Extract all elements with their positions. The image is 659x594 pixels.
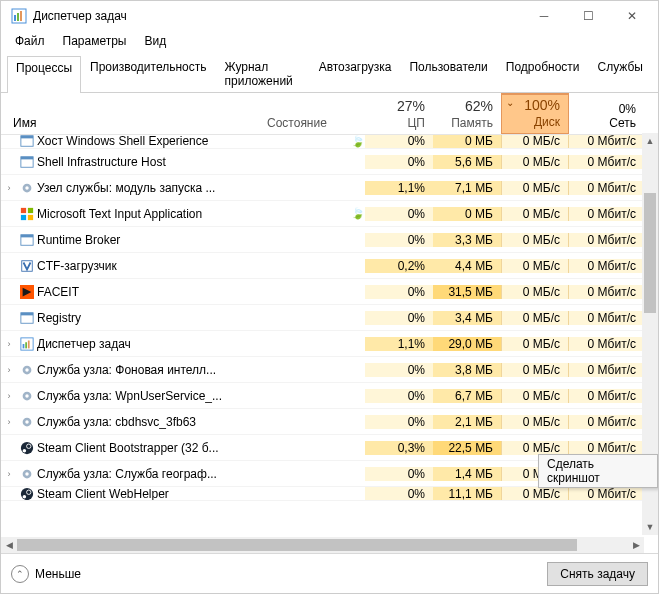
scroll-right-arrow-icon[interactable]: ▶ — [628, 537, 644, 553]
col-header-memory[interactable]: 62% Память — [433, 93, 501, 134]
svg-point-29 — [25, 420, 29, 424]
col-header-name[interactable]: Имя — [1, 93, 261, 134]
col-header-cpu[interactable]: 27% ЦП — [365, 93, 433, 134]
table-row[interactable]: ›Служба узла: cbdhsvc_3fb630%2,1 МБ0 МБ/… — [1, 409, 658, 435]
cpu-value: 1,1% — [365, 181, 433, 195]
cpu-value: 0% — [365, 467, 433, 481]
table-row[interactable]: ›Узел службы: модуль запуска ...1,1%7,1 … — [1, 175, 658, 201]
table-row[interactable]: Microsoft Text Input Application🍃0%0 МБ0… — [1, 201, 658, 227]
tab-processes[interactable]: Процессы — [7, 56, 81, 93]
cpu-value: 0% — [365, 311, 433, 325]
process-icon — [17, 415, 37, 429]
cpu-percent: 27% — [397, 98, 425, 114]
table-row[interactable]: Registry0%3,4 МБ0 МБ/с0 Мбит/с — [1, 305, 658, 331]
tab-users[interactable]: Пользователи — [400, 55, 496, 92]
expand-toggle[interactable]: › — [1, 417, 17, 427]
process-icon — [17, 233, 37, 247]
tab-startup[interactable]: Автозагрузка — [310, 55, 401, 92]
svg-point-34 — [25, 472, 29, 476]
memory-value: 6,7 МБ — [433, 389, 501, 403]
expand-toggle[interactable]: › — [1, 183, 17, 193]
col-header-status[interactable]: Состояние — [261, 93, 351, 134]
tab-performance[interactable]: Производительность — [81, 55, 215, 92]
scroll-up-arrow-icon[interactable]: ▲ — [642, 133, 658, 149]
disk-value: 0 МБ/с — [501, 337, 569, 351]
scroll-left-arrow-icon[interactable]: ◀ — [1, 537, 17, 553]
scroll-down-arrow-icon[interactable]: ▼ — [642, 519, 658, 535]
table-row[interactable]: ›Служба узла: WpnUserService_...0%6,7 МБ… — [1, 383, 658, 409]
disk-value: 0 МБ/с — [501, 441, 569, 455]
cpu-value: 0,2% — [365, 259, 433, 273]
menu-view[interactable]: Вид — [136, 32, 174, 50]
network-value: 0 Мбит/с — [569, 233, 644, 247]
svg-rect-12 — [21, 214, 26, 219]
memory-value: 29,0 МБ — [433, 337, 501, 351]
svg-point-32 — [23, 448, 27, 452]
disk-value: 0 МБ/с — [501, 135, 569, 148]
fewer-details-button[interactable]: ⌃ Меньше — [11, 565, 81, 583]
table-row[interactable]: FACEIT0%31,5 МБ0 МБ/с0 Мбит/с — [1, 279, 658, 305]
svg-rect-1 — [14, 15, 16, 21]
network-value: 0 Мбит/с — [569, 285, 644, 299]
memory-value: 11,1 МБ — [433, 487, 501, 501]
close-button[interactable]: ✕ — [610, 2, 654, 30]
disk-value: 0 МБ/с — [501, 207, 569, 221]
horizontal-scroll-thumb[interactable] — [17, 539, 577, 551]
disk-value: 0 МБ/с — [501, 363, 569, 377]
disk-label: Диск — [534, 115, 560, 129]
table-row[interactable]: CTF-загрузчик0,2%4,4 МБ0 МБ/с0 Мбит/с — [1, 253, 658, 279]
svg-rect-23 — [28, 340, 30, 348]
tab-app-history[interactable]: Журнал приложений — [216, 55, 310, 92]
menubar: Файл Параметры Вид — [1, 31, 658, 51]
svg-rect-5 — [21, 136, 33, 139]
memory-value: 7,1 МБ — [433, 181, 501, 195]
disk-percent: 100% — [524, 97, 560, 113]
table-row[interactable]: ›Диспетчер задач1,1%29,0 МБ0 МБ/с0 Мбит/… — [1, 331, 658, 357]
network-value: 0 Мбит/с — [569, 363, 644, 377]
table-row[interactable]: Хост Windows Shell Experience🍃0%0 МБ0 МБ… — [1, 135, 658, 149]
titlebar: Диспетчер задач ─ ☐ ✕ — [1, 1, 658, 31]
tab-details[interactable]: Подробности — [497, 55, 589, 92]
svg-point-25 — [25, 368, 29, 372]
process-name: Microsoft Text Input Application — [37, 207, 261, 221]
memory-value: 0 МБ — [433, 135, 501, 148]
expand-toggle[interactable]: › — [1, 391, 17, 401]
col-header-network[interactable]: 0% Сеть — [569, 93, 644, 134]
svg-point-9 — [25, 186, 29, 190]
cpu-value: 0% — [365, 415, 433, 429]
table-row[interactable]: ›Служба узла: Фоновая интелл...0%3,8 МБ0… — [1, 357, 658, 383]
memory-value: 0 МБ — [433, 207, 501, 221]
sort-chevron-icon: ⌄ — [506, 97, 514, 108]
maximize-button[interactable]: ☐ — [566, 2, 610, 30]
col-header-disk[interactable]: ⌄ 100% Диск — [501, 93, 569, 134]
process-icon — [17, 337, 37, 351]
expand-toggle[interactable]: › — [1, 339, 17, 349]
tab-services[interactable]: Службы — [589, 55, 652, 92]
table-row[interactable]: Runtime Broker0%3,3 МБ0 МБ/с0 Мбит/с — [1, 227, 658, 253]
horizontal-scrollbar[interactable]: ◀ ▶ — [1, 537, 644, 553]
table-row[interactable]: Steam Client WebHelper0%11,1 МБ0 МБ/с0 М… — [1, 487, 658, 501]
minimize-button[interactable]: ─ — [522, 2, 566, 30]
menu-options[interactable]: Параметры — [55, 32, 135, 50]
window-title: Диспетчер задач — [33, 9, 522, 23]
process-name: Служба узла: Служба географ... — [37, 467, 261, 481]
svg-point-37 — [23, 495, 27, 499]
process-name: Хост Windows Shell Experience — [37, 135, 261, 148]
disk-value: 0 МБ/с — [501, 259, 569, 273]
memory-value: 3,3 МБ — [433, 233, 501, 247]
cpu-value: 0% — [365, 135, 433, 148]
cpu-value: 0% — [365, 363, 433, 377]
end-task-button[interactable]: Снять задачу — [547, 562, 648, 586]
expand-toggle[interactable]: › — [1, 365, 17, 375]
menu-file[interactable]: Файл — [7, 32, 53, 50]
tabs: Процессы Производительность Журнал прило… — [1, 51, 658, 93]
process-icon — [17, 207, 37, 221]
process-name: Диспетчер задач — [37, 337, 261, 351]
table-row[interactable]: Shell Infrastructure Host0%5,6 МБ0 МБ/с0… — [1, 149, 658, 175]
process-icon — [17, 487, 37, 501]
process-icon — [17, 311, 37, 325]
memory-value: 5,6 МБ — [433, 155, 501, 169]
expand-toggle[interactable]: › — [1, 469, 17, 479]
vertical-scroll-thumb[interactable] — [644, 193, 656, 313]
process-name: Shell Infrastructure Host — [37, 155, 261, 169]
